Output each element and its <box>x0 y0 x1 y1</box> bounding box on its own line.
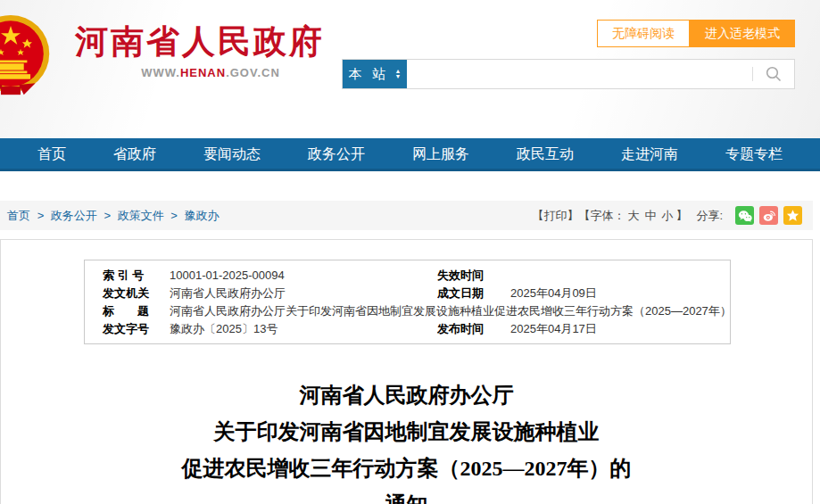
meta-publish-label: 发布时间 <box>437 320 510 338</box>
meta-agency-value: 河南省人民政府办公厅 <box>170 285 437 302</box>
nav-item-online-services[interactable]: 网上服务 <box>412 145 469 164</box>
main-navigation: 首页 省政府 要闻动态 政务公开 网上服务 政民互动 走进河南 专题专栏 <box>0 138 820 171</box>
favorite-star-icon <box>786 209 799 222</box>
font-size-label-close: 】 <box>675 208 687 224</box>
breadcrumb: 首页 > 政务公开 > 政策文件 > 豫政办 <box>7 208 219 224</box>
site-header: 河南省人民政府 WWW.HENAN.GOV.CN 无障碍阅读 进入适老模式 本 … <box>0 0 820 138</box>
font-size-label: 【字体： <box>578 208 625 224</box>
breadcrumb-home[interactable]: 首页 <box>7 209 30 222</box>
font-size-large-button[interactable]: 大 <box>627 208 639 224</box>
document-metadata-table: 索 引 号 10001-01-2025-00094 失效时间 发文机关 河南省人… <box>85 267 732 338</box>
meta-doc-no-label: 发文字号 <box>85 320 170 338</box>
site-url-domain: HENAN <box>180 66 226 79</box>
document-content-card: 索 引 号 10001-01-2025-00094 失效时间 发文机关 河南省人… <box>0 239 813 504</box>
meta-title-value: 河南省人民政府办公厅关于印发河南省因地制宜发展设施种植业促进农民增收三年行动方案… <box>170 302 732 320</box>
search-icon <box>766 66 782 82</box>
search-scope-label: 本 站 <box>348 66 389 83</box>
share-wechat-button[interactable] <box>735 206 754 225</box>
nav-item-special-topics[interactable]: 专题专栏 <box>725 145 783 164</box>
nav-item-gov-affairs[interactable]: 政务公开 <box>308 145 365 164</box>
national-emblem-logo <box>0 13 52 97</box>
table-row: 索 引 号 10001-01-2025-00094 失效时间 <box>85 267 732 285</box>
breadcrumb-separator: > <box>170 209 178 222</box>
meta-index-label: 索 引 号 <box>85 267 170 285</box>
share-label: 分享: <box>696 208 723 224</box>
elder-mode-button[interactable]: 进入适老模式 <box>690 20 795 47</box>
document-title: 河南省人民政府办公厅 关于印发河南省因地制宜发展设施种植业 促进农民增收三年行动… <box>1 377 812 504</box>
meta-agency-label: 发文机关 <box>85 285 170 302</box>
breadcrumb-gov-affairs[interactable]: 政务公开 <box>51 209 97 222</box>
meta-expire-value <box>510 267 732 285</box>
meta-date-written-value: 2025年04月09日 <box>510 285 732 302</box>
nav-item-home[interactable]: 首页 <box>37 145 66 164</box>
breadcrumb-separator: > <box>37 209 45 222</box>
site-title: 河南省人民政府 <box>75 20 325 64</box>
meta-expire-label: 失效时间 <box>437 267 510 285</box>
table-row: 发文机关 河南省人民政府办公厅 成文日期 2025年04月09日 <box>85 285 732 302</box>
wechat-icon <box>738 210 752 222</box>
nav-item-province-gov[interactable]: 省政府 <box>113 145 156 164</box>
meta-doc-no-value: 豫政办〔2025〕13号 <box>170 320 437 338</box>
meta-date-written-label: 成文日期 <box>437 285 510 302</box>
site-url-www: WWW. <box>141 66 180 79</box>
table-row: 发文字号 豫政办〔2025〕13号 发布时间 2025年04月17日 <box>85 320 732 338</box>
search-scope-dropdown[interactable]: 本 站 ▲▼ <box>343 60 407 88</box>
document-title-line4: 通知 <box>1 487 812 504</box>
font-size-medium-button[interactable]: 中 <box>644 208 656 224</box>
meta-title-label: 标 题 <box>85 302 170 320</box>
table-row: 标 题 河南省人民政府办公厅关于印发河南省因地制宜发展设施种植业促进农民增收三年… <box>85 302 732 320</box>
meta-index-value: 10001-01-2025-00094 <box>170 267 437 285</box>
breadcrumb-policy-files[interactable]: 政策文件 <box>118 209 164 222</box>
site-search: 本 站 ▲▼ <box>342 59 795 89</box>
site-url-suffix: .GOV.CN <box>226 66 280 79</box>
search-button[interactable] <box>753 60 794 88</box>
document-title-line2: 关于印发河南省因地制宜发展设施种植业 <box>1 414 812 450</box>
document-metadata-box: 索 引 号 10001-01-2025-00094 失效时间 发文机关 河南省人… <box>84 260 731 344</box>
site-url: WWW.HENAN.GOV.CN <box>77 66 344 79</box>
document-title-line3: 促进农民增收三年行动方案（2025—2027年）的 <box>1 450 812 487</box>
search-input[interactable] <box>407 60 752 88</box>
document-title-line1: 河南省人民政府办公厅 <box>1 377 812 414</box>
chevron-up-down-icon: ▲▼ <box>395 69 402 79</box>
nav-item-about-henan[interactable]: 走进河南 <box>621 145 678 164</box>
nav-item-news[interactable]: 要闻动态 <box>203 145 261 164</box>
breadcrumb-yuzhengban[interactable]: 豫政办 <box>185 209 219 222</box>
meta-publish-value: 2025年04月17日 <box>510 320 732 338</box>
print-button[interactable]: 【打印】 <box>532 208 578 224</box>
weibo-icon <box>762 209 776 222</box>
header-mode-buttons: 无障碍阅读 进入适老模式 <box>597 20 795 47</box>
page-toolbar: 【打印】 【字体： 大 中 小 】 分享: <box>532 206 802 225</box>
font-size-small-button[interactable]: 小 <box>661 208 673 224</box>
share-weibo-button[interactable] <box>759 206 778 225</box>
accessibility-reading-button[interactable]: 无障碍阅读 <box>597 20 690 47</box>
share-favorite-button[interactable] <box>783 206 802 225</box>
breadcrumb-separator: > <box>104 209 111 222</box>
breadcrumb-toolbar-bar: 首页 > 政务公开 > 政策文件 > 豫政办 【打印】 【字体： 大 中 小 】… <box>0 201 813 230</box>
nav-item-interaction[interactable]: 政民互动 <box>517 145 574 164</box>
